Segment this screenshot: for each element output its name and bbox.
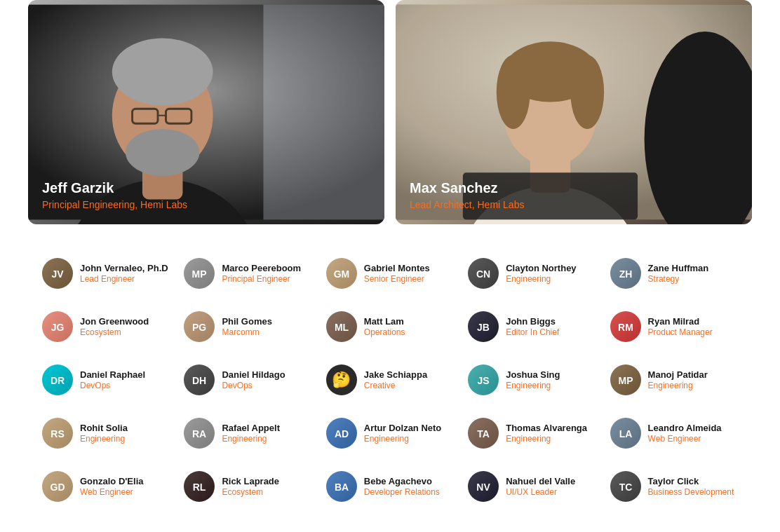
svg-text:DH: DH [192, 375, 206, 386]
member-info-9: John BiggsEditor In Chief [506, 316, 559, 338]
team-member-21: GDGonzalo D'EliaWeb Engineer [42, 471, 170, 502]
member-name-10: Ryan Milrad [648, 316, 713, 328]
hero-name-max: Max Sanchez [410, 180, 524, 196]
member-name-24: Nahuel del Valle [506, 476, 575, 488]
member-role-20: Web Engineer [648, 434, 722, 444]
team-member-5: ZHZane HuffmanStrategy [610, 258, 738, 289]
svg-text:JV: JV [51, 268, 64, 280]
member-name-4: Clayton Northey [506, 263, 576, 275]
member-info-12: Daniel HildagoDevOps [222, 369, 285, 391]
svg-text:AD: AD [335, 428, 349, 439]
avatar-17: RA [184, 418, 215, 449]
avatar-4: CN [468, 258, 499, 289]
avatar-8: ML [326, 311, 357, 342]
hero-section: Jeff Garzik Principal Engineering, Hemi … [0, 0, 780, 224]
member-info-21: Gonzalo D'EliaWeb Engineer [80, 476, 144, 498]
team-member-24: NVNahuel del ValleUI/UX Leader [468, 471, 596, 502]
avatar-18: AD [326, 418, 357, 449]
member-info-22: Rick LapradeEcosystem [222, 476, 279, 498]
svg-text:TA: TA [477, 428, 490, 439]
team-member-16: RSRohit SoliaEngineering [42, 418, 170, 449]
svg-text:RM: RM [618, 322, 633, 333]
team-member-17: RARafael AppeltEngineering [184, 418, 311, 449]
team-member-10: RMRyan MilradProduct Manager [610, 311, 738, 342]
avatar-5: ZH [610, 258, 641, 289]
avatar-3: GM [326, 258, 357, 289]
member-name-13: Jake Schiappa [364, 369, 427, 381]
avatar-15: MP [610, 364, 641, 395]
member-info-13: Jake SchiappaCreative [364, 369, 427, 391]
avatar-13: 🤔 [326, 364, 357, 395]
member-info-24: Nahuel del ValleUI/UX Leader [506, 476, 575, 498]
svg-text:MP: MP [192, 268, 207, 280]
member-name-16: Rohit Solia [80, 423, 128, 435]
svg-text:ML: ML [335, 322, 349, 333]
hero-info-jeff: Jeff Garzik Principal Engineering, Hemi … [42, 180, 187, 210]
avatar-11: DR [42, 364, 73, 395]
member-name-2: Marco Peereboom [222, 263, 301, 275]
member-name-3: Gabriel Montes [364, 263, 430, 275]
avatar-19: TA [468, 418, 499, 449]
member-name-21: Gonzalo D'Elia [80, 476, 144, 488]
member-info-25: Taylor ClickBusiness Development [648, 476, 734, 498]
avatar-16: RS [42, 418, 73, 449]
member-role-16: Engineering [80, 434, 128, 444]
hero-card-max: Max Sanchez Lead Architect, Hemi Labs [396, 0, 752, 224]
svg-text:NV: NV [476, 482, 490, 493]
member-name-1: John Vernaleo, Ph.D [80, 263, 168, 275]
svg-text:PG: PG [192, 322, 206, 333]
svg-text:RL: RL [193, 482, 206, 493]
member-info-8: Matt LamOperations [364, 316, 405, 338]
avatar-9: JB [468, 311, 499, 342]
team-member-13: 🤔Jake SchiappaCreative [326, 364, 454, 395]
member-role-8: Operations [364, 327, 405, 337]
avatar-20: LA [610, 418, 641, 449]
member-info-11: Daniel RaphaelDevOps [80, 369, 145, 391]
member-role-10: Product Manager [648, 327, 713, 337]
avatar-21: GD [42, 471, 73, 502]
avatar-6: JG [42, 311, 73, 342]
svg-text:DR: DR [51, 375, 65, 386]
svg-text:MP: MP [618, 375, 633, 386]
svg-text:JG: JG [51, 322, 65, 333]
member-info-19: Thomas AlvarengaEngineering [506, 423, 587, 444]
member-name-22: Rick Laprade [222, 476, 279, 488]
svg-text:LA: LA [619, 428, 632, 439]
avatar-10: RM [610, 311, 641, 342]
team-member-9: JBJohn BiggsEditor In Chief [468, 311, 596, 342]
member-info-17: Rafael AppeltEngineering [222, 423, 280, 444]
svg-text:ZH: ZH [619, 268, 632, 280]
svg-point-5 [126, 129, 199, 176]
team-member-6: JGJon GreenwoodEcosystem [42, 311, 170, 342]
member-role-22: Ecosystem [222, 487, 279, 497]
member-role-4: Engineering [506, 274, 576, 284]
team-grid: JVJohn Vernaleo, Ph.DLead EngineerMPMarc… [42, 258, 738, 502]
avatar-7: PG [184, 311, 215, 342]
member-role-24: UI/UX Leader [506, 487, 575, 497]
member-name-15: Manoj Patidar [648, 369, 708, 381]
avatar-2: MP [184, 258, 215, 289]
svg-text:GM: GM [334, 268, 350, 280]
member-info-5: Zane HuffmanStrategy [648, 263, 709, 285]
team-member-25: TCTaylor ClickBusiness Development [610, 471, 738, 502]
member-name-7: Phil Gomes [222, 316, 272, 328]
member-role-15: Engineering [648, 381, 708, 390]
member-info-3: Gabriel MontesSenior Engineer [364, 263, 430, 285]
avatar-25: TC [610, 471, 641, 502]
member-role-7: Marcomm [222, 327, 272, 337]
svg-rect-9 [263, 5, 384, 220]
member-info-6: Jon GreenwoodEcosystem [80, 316, 149, 338]
member-info-1: John Vernaleo, Ph.DLead Engineer [80, 263, 168, 285]
member-role-13: Creative [364, 381, 427, 390]
member-name-12: Daniel Hildago [222, 369, 285, 381]
member-role-11: DevOps [80, 381, 145, 390]
avatar-1: JV [42, 258, 73, 289]
team-member-18: ADArtur Dolzan NetoEngineering [326, 418, 454, 449]
team-member-14: JSJoshua SingEngineering [468, 364, 596, 395]
avatar-22: RL [184, 471, 215, 502]
member-name-14: Joshua Sing [506, 369, 560, 381]
avatar-14: JS [468, 364, 499, 395]
member-role-9: Editor In Chief [506, 327, 559, 337]
avatar-12: DH [184, 364, 215, 395]
member-role-18: Engineering [364, 434, 442, 444]
